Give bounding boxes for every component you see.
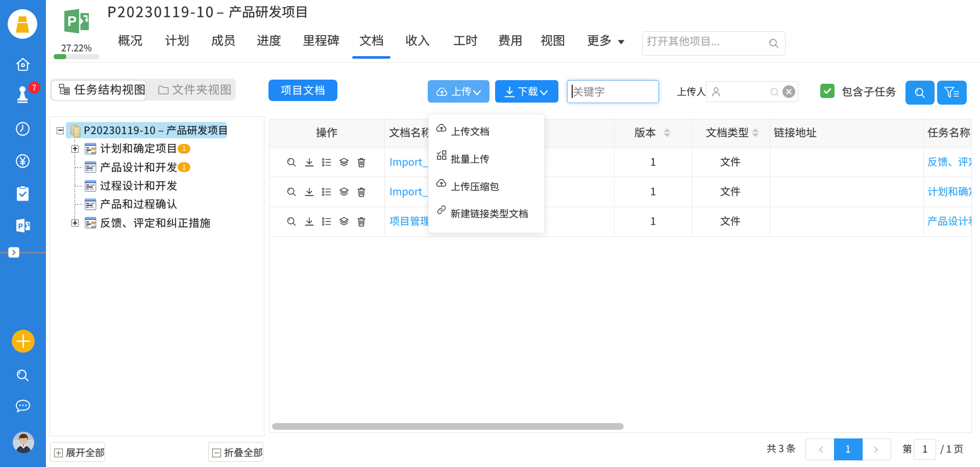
svg-text:P: P xyxy=(18,222,23,230)
svg-text:P: P xyxy=(67,14,77,29)
